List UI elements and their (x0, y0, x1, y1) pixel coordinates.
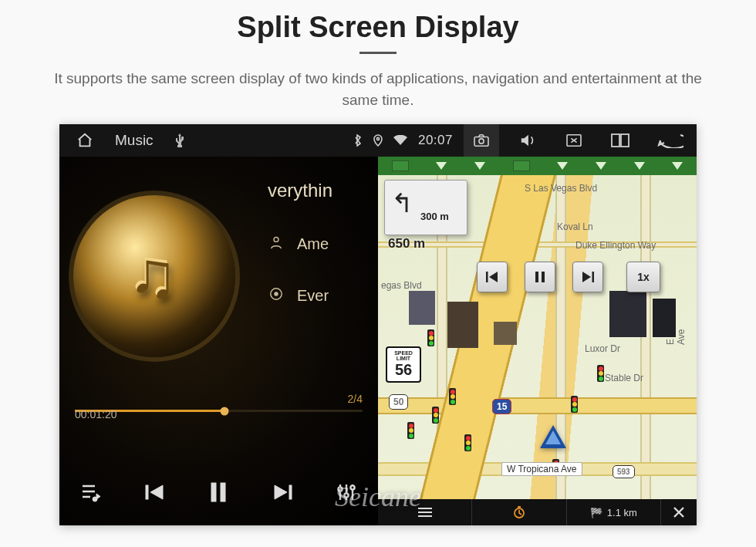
street-vegas-blvd: egas Blvd (381, 280, 422, 291)
device-frame: Music 20:07 (59, 124, 697, 525)
nav-bottom-bar: 🏁 1.1 km (378, 499, 697, 525)
nav-destination-button[interactable]: 🏁 1.1 km (567, 499, 661, 525)
next-turn-card: ↰ 300 m 650 m (384, 180, 467, 235)
speed-limit-label: SPEED LIMIT (394, 350, 413, 361)
artist-row: Ame (268, 235, 370, 253)
interstate-shield-15: 15 (492, 399, 511, 414)
lane-guidance-strip (378, 157, 697, 175)
music-note-icon: ♫ (129, 238, 177, 312)
artist-name: Ame (297, 235, 329, 253)
screenshot-icon[interactable] (464, 124, 499, 157)
street-duke: Duke Ellington Way (575, 240, 656, 251)
sim-next-button[interactable] (572, 262, 603, 292)
turn-distance-long: 650 m (388, 236, 425, 252)
hero-subtitle: It supports the same screen display of t… (39, 68, 717, 110)
statusbar-time: 20:07 (418, 133, 453, 148)
map-canvas[interactable]: S Las Vegas Blvd Koval Ln Duke Ellington… (378, 175, 697, 499)
svg-point-2 (479, 139, 484, 144)
svg-point-0 (376, 137, 379, 140)
svg-point-6 (274, 238, 278, 242)
album-row: Ever (268, 287, 370, 305)
svg-rect-11 (211, 483, 216, 501)
street-s-las-vegas: S Las Vegas Blvd (525, 183, 597, 194)
vehicle-position-icon (540, 425, 566, 448)
prev-track-button[interactable] (133, 471, 177, 514)
split-screen-icon[interactable] (602, 124, 638, 157)
svg-rect-17 (486, 272, 488, 282)
svg-rect-20 (592, 272, 595, 282)
status-bar: Music 20:07 (59, 124, 697, 157)
track-title: verythin (268, 180, 332, 201)
album-name: Ever (297, 287, 329, 305)
statusbar-app-label: Music (115, 132, 154, 149)
usb-icon (175, 133, 184, 147)
playlist-button[interactable] (69, 471, 113, 514)
svg-point-16 (350, 485, 354, 489)
svg-rect-13 (289, 485, 292, 499)
equalizer-button[interactable] (325, 471, 368, 514)
artist-icon (268, 235, 285, 253)
close-app-icon[interactable] (556, 124, 592, 157)
navigation-pane: S Las Vegas Blvd Koval Ln Duke Ellington… (378, 157, 697, 525)
transport-bar (59, 459, 378, 525)
street-koval: Koval Ln (557, 221, 593, 232)
back-icon[interactable] (649, 124, 692, 157)
split-container: ♫ verythin Ame Ever (59, 157, 697, 525)
album-art[interactable]: ♫ (73, 195, 235, 357)
svg-rect-4 (612, 134, 619, 147)
home-icon[interactable] (76, 132, 93, 149)
track-title-row: verythin (268, 180, 370, 201)
wifi-icon (393, 135, 407, 146)
album-icon (268, 287, 285, 305)
distance-remaining: 1.1 km (607, 507, 637, 518)
svg-point-14 (338, 487, 342, 491)
svg-point-8 (275, 292, 278, 295)
volume-icon[interactable] (510, 124, 545, 157)
hero-title: Split Screen Display (0, 0, 756, 44)
svg-point-9 (93, 497, 97, 501)
elapsed-time: 00:01:20 (75, 408, 117, 420)
speed-limit-value: 56 (387, 362, 420, 378)
nav-menu-button[interactable] (378, 499, 472, 525)
hero-divider (359, 52, 397, 54)
svg-rect-12 (221, 483, 225, 501)
svg-rect-19 (542, 272, 545, 282)
route-shield-593: 593 (613, 465, 635, 478)
speed-limit-sign: SPEED LIMIT 56 (386, 346, 421, 383)
street-stable: Stable Dr (605, 373, 643, 383)
play-pause-button[interactable] (197, 471, 240, 514)
location-icon (373, 134, 383, 147)
street-luxor: Luxor Dr (585, 343, 620, 354)
turn-left-icon: ↰ (391, 193, 413, 214)
svg-rect-18 (535, 272, 538, 282)
sim-prev-button[interactable] (477, 262, 508, 292)
turn-distance-short: 300 m (420, 211, 449, 222)
bluetooth-icon (353, 134, 363, 147)
svg-rect-5 (621, 134, 629, 147)
next-track-button[interactable] (261, 471, 304, 514)
progress-bar[interactable] (75, 410, 363, 412)
music-pane: ♫ verythin Ame Ever (59, 157, 378, 525)
svg-point-15 (344, 493, 348, 497)
track-counter: 2/4 (348, 393, 363, 405)
nav-timer-button[interactable] (472, 499, 566, 525)
route-shield-50: 50 (389, 394, 408, 410)
sim-pause-button[interactable] (525, 262, 555, 292)
flag-icon: 🏁 (590, 507, 602, 518)
sim-speed-button[interactable]: 1x (626, 262, 660, 292)
nav-close-button[interactable] (661, 499, 697, 525)
svg-rect-10 (146, 485, 148, 499)
current-street-label: W Tropicana Ave (501, 462, 582, 476)
